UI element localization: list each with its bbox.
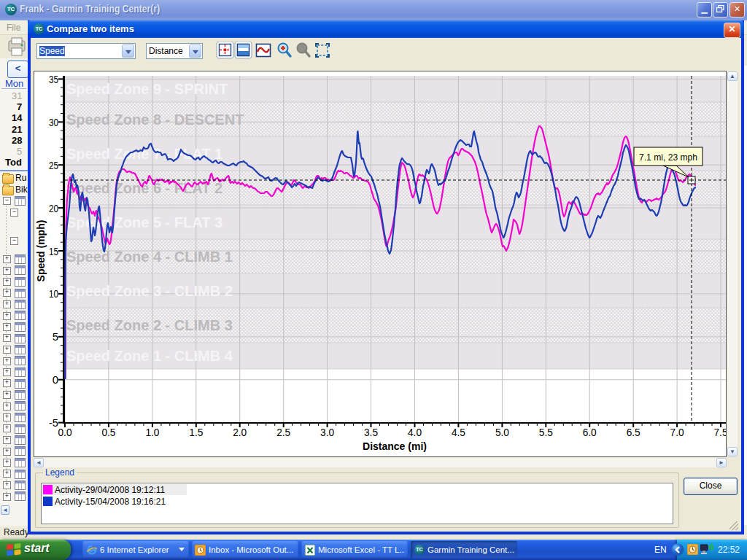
svg-text:Speed Zone 8 - DESCENT: Speed Zone 8 - DESCENT [66, 112, 244, 128]
svg-text:7.1 mi, 23 mph: 7.1 mi, 23 mph [639, 152, 697, 163]
svg-text:Speed (mph): Speed (mph) [35, 220, 47, 282]
svg-text:3.0: 3.0 [320, 427, 334, 438]
svg-text:2.5: 2.5 [276, 427, 290, 438]
svg-text:7.5: 7.5 [714, 427, 727, 438]
svg-text:5.5: 5.5 [539, 427, 553, 438]
svg-text:5.0: 5.0 [495, 427, 509, 438]
svg-text:6.5: 6.5 [627, 427, 640, 438]
svg-text:-5: -5 [49, 416, 58, 429]
svg-text:15: 15 [49, 245, 58, 257]
svg-text:Distance (mi): Distance (mi) [363, 440, 427, 452]
svg-text:1.0: 1.0 [145, 427, 159, 438]
svg-text:2.0: 2.0 [233, 427, 247, 438]
svg-text:7.0: 7.0 [670, 427, 684, 438]
svg-text:0.0: 0.0 [58, 427, 72, 438]
svg-text:35: 35 [49, 73, 58, 85]
svg-text:4.5: 4.5 [452, 427, 465, 438]
svg-text:Speed Zone 9 - SPRINT: Speed Zone 9 - SPRINT [66, 81, 228, 97]
svg-text:10: 10 [49, 287, 58, 300]
svg-text:0: 0 [53, 373, 58, 386]
svg-text:1.5: 1.5 [189, 427, 203, 438]
svg-text:25: 25 [49, 159, 58, 171]
svg-text:20: 20 [49, 202, 58, 214]
svg-text:3.5: 3.5 [364, 427, 378, 438]
svg-text:Speed Zone 4 - CLIMB 1: Speed Zone 4 - CLIMB 1 [66, 249, 233, 265]
svg-text:5: 5 [53, 330, 58, 343]
svg-text:Speed Zone 3 - CLIMB 2: Speed Zone 3 - CLIMB 2 [66, 283, 233, 299]
svg-text:6.0: 6.0 [583, 427, 597, 438]
svg-text:4.0: 4.0 [408, 427, 422, 438]
svg-text:0.5: 0.5 [101, 427, 115, 438]
svg-text:30: 30 [49, 116, 58, 128]
svg-text:Speed Zone 1 - CLIMB 4: Speed Zone 1 - CLIMB 4 [66, 348, 233, 364]
svg-text:Speed Zone 2 - CLIMB 3: Speed Zone 2 - CLIMB 3 [66, 317, 233, 333]
